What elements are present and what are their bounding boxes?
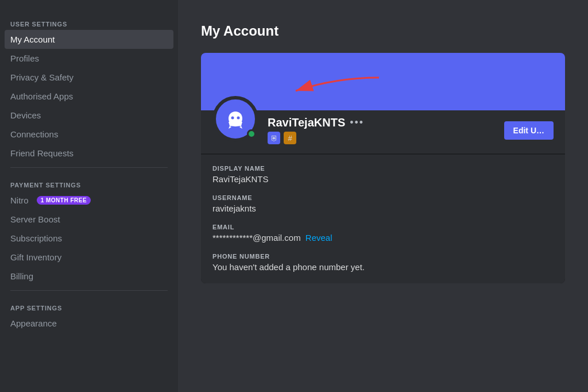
sidebar-item-server-boost[interactable]: Server Boost <box>5 210 173 229</box>
shield-badge-icon: ⛨ <box>268 132 280 144</box>
main-content: My Account <box>178 0 588 392</box>
email-value: ************@gmail.com Reveal <box>212 233 554 243</box>
email-section: EMAIL ************@gmail.com Reveal <box>212 213 554 243</box>
profile-username: RaviTejaKNTS <box>268 116 345 129</box>
sidebar-item-label: Friend Requests <box>10 148 74 158</box>
sidebar-item-label: Appearance <box>10 318 57 328</box>
payment-settings-label: PAYMENT SETTINGS <box>5 172 173 191</box>
discord-avatar-icon <box>221 105 250 133</box>
sidebar-item-label: Subscriptions <box>10 233 62 243</box>
avatar-status <box>247 129 256 139</box>
profile-card: RaviTejaKNTS ••• ⛨ # Edit U… DISPLAY NAM… <box>201 53 565 283</box>
profile-badges: ⛨ # <box>268 132 504 144</box>
display-name-label: DISPLAY NAME <box>212 165 554 172</box>
nitro-badge: 1 MONTH FREE <box>37 196 91 205</box>
sidebar-item-billing[interactable]: Billing <box>5 267 173 286</box>
sidebar-item-privacy-safety[interactable]: Privacy & Safety <box>5 68 173 87</box>
email-label: EMAIL <box>212 224 554 230</box>
sidebar: USER SETTINGS My Account Profiles Privac… <box>0 0 178 392</box>
sidebar-item-label: Server Boost <box>10 214 60 224</box>
sidebar-item-label: Privacy & Safety <box>10 72 74 82</box>
sidebar-divider-2 <box>10 290 168 291</box>
sidebar-item-subscriptions[interactable]: Subscriptions <box>5 229 173 248</box>
sidebar-item-label: Billing <box>10 271 33 281</box>
sidebar-item-authorised-apps[interactable]: Authorised Apps <box>5 87 173 106</box>
sidebar-item-gift-inventory[interactable]: Gift Inventory <box>5 248 173 267</box>
sidebar-item-label: Nitro <box>10 195 29 205</box>
app-settings-label: APP SETTINGS <box>5 295 173 314</box>
email-masked: ************@gmail.com <box>212 233 301 243</box>
display-name-value: RaviTejaKNTS <box>212 174 554 184</box>
profile-options-button[interactable]: ••• <box>350 117 364 129</box>
edit-user-button[interactable]: Edit U… <box>504 121 554 140</box>
sidebar-item-my-account[interactable]: My Account <box>5 30 173 49</box>
username-value: ravitejaknts <box>212 203 554 213</box>
sidebar-item-appearance[interactable]: Appearance <box>5 314 173 333</box>
profile-info-row: RaviTejaKNTS ••• ⛨ # Edit U… <box>201 110 565 153</box>
email-reveal-button[interactable]: Reveal <box>305 233 332 243</box>
svg-point-2 <box>231 116 234 119</box>
username-label: USERNAME <box>212 194 554 201</box>
sidebar-item-friend-requests[interactable]: Friend Requests <box>5 144 173 163</box>
sidebar-item-label: Devices <box>10 110 41 120</box>
sidebar-item-nitro[interactable]: Nitro 1 MONTH FREE <box>5 191 173 210</box>
phone-section: PHONE NUMBER You haven't added a phone n… <box>212 243 554 272</box>
svg-point-3 <box>237 116 240 119</box>
profile-username-area: RaviTejaKNTS ••• ⛨ # <box>268 116 504 144</box>
sidebar-item-label: Gift Inventory <box>10 252 61 262</box>
phone-value: You haven't added a phone number yet. <box>212 262 554 272</box>
phone-label: PHONE NUMBER <box>212 253 554 260</box>
display-name-section: DISPLAY NAME RaviTejaKNTS <box>212 155 554 184</box>
sidebar-divider-1 <box>10 167 168 168</box>
avatar-wrapper <box>212 96 258 142</box>
sidebar-item-devices[interactable]: Devices <box>5 106 173 125</box>
username-section: USERNAME ravitejaknts <box>212 184 554 213</box>
sidebar-item-label: Connections <box>10 129 58 139</box>
sidebar-item-connections[interactable]: Connections <box>5 125 173 144</box>
profile-details: DISPLAY NAME RaviTejaKNTS USERNAME ravit… <box>201 155 565 283</box>
hash-badge-icon: # <box>284 132 296 144</box>
sidebar-item-label: My Account <box>10 34 55 44</box>
sidebar-item-label: Profiles <box>10 53 39 63</box>
user-settings-label: USER SETTINGS <box>5 11 173 30</box>
sidebar-item-profiles[interactable]: Profiles <box>5 49 173 68</box>
page-title: My Account <box>201 23 565 39</box>
sidebar-item-label: Authorised Apps <box>10 91 73 101</box>
profile-username-row: RaviTejaKNTS ••• <box>268 116 504 129</box>
